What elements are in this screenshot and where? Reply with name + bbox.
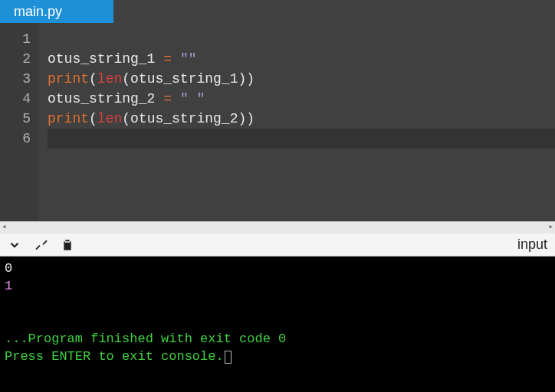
tab-label: main.py bbox=[14, 4, 62, 20]
input-label: input bbox=[517, 237, 547, 253]
code-area[interactable]: otus_string_1 = ""print(len(otus_string_… bbox=[38, 23, 555, 221]
console-line: 1 bbox=[5, 279, 12, 293]
console-toolbar: input bbox=[0, 234, 555, 256]
line-number-gutter: 123456 bbox=[0, 23, 38, 221]
chevron-down-icon[interactable] bbox=[8, 238, 21, 252]
clipboard-icon[interactable] bbox=[61, 238, 74, 252]
tab-bar: main.py bbox=[0, 0, 555, 23]
console-line: 0 bbox=[5, 261, 12, 276]
console-output[interactable]: 0 1 ...Program finished with exit code 0… bbox=[0, 256, 555, 392]
code-editor[interactable]: 123456 otus_string_1 = ""print(len(otus_… bbox=[0, 23, 555, 221]
console-prompt: Press ENTER to exit console. bbox=[5, 349, 224, 364]
console-finished: ...Program finished with exit code 0 bbox=[5, 332, 286, 346]
horizontal-scrollbar[interactable] bbox=[0, 221, 555, 234]
tab-main-py[interactable]: main.py bbox=[0, 0, 113, 23]
expand-icon[interactable] bbox=[35, 239, 48, 251]
cursor bbox=[225, 351, 232, 364]
